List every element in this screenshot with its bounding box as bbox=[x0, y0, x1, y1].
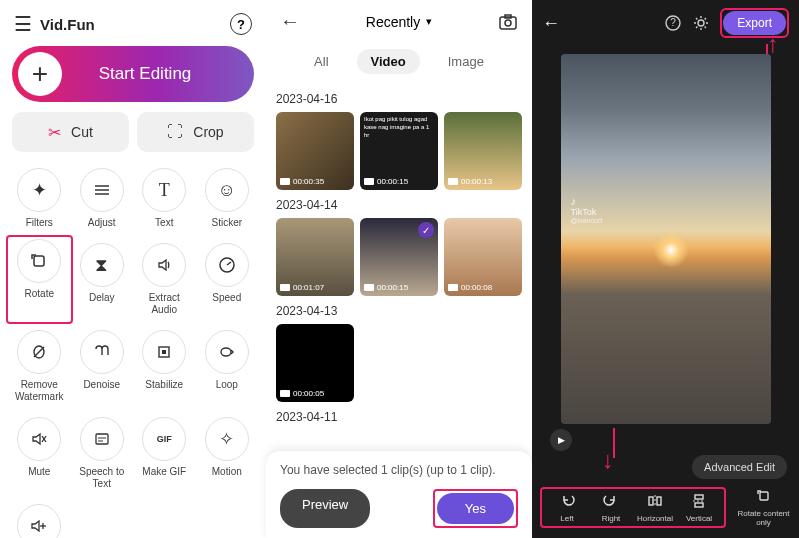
tool-denoise[interactable]: Denoise bbox=[73, 326, 132, 407]
home-header: ☰ Vid.Fun ? bbox=[8, 8, 258, 46]
flip-horizontal-button[interactable]: Horizontal bbox=[634, 492, 676, 523]
header-left: ☰ Vid.Fun bbox=[14, 12, 95, 36]
tool-extract-audio[interactable]: Extract Audio bbox=[135, 239, 194, 320]
rotate-right-button[interactable]: Right bbox=[590, 492, 632, 523]
flip-vertical-button[interactable]: Vertical bbox=[678, 492, 720, 523]
camera-icon[interactable] bbox=[498, 13, 518, 31]
video-thumb[interactable]: 00:01:07 bbox=[276, 218, 354, 296]
video-thumb[interactable]: Ikot pag pikit tulog agad kase nag imagi… bbox=[360, 112, 438, 190]
editor-panel: ← ? Export ↑ ♪ TikTok @ivancort ▶ bbox=[532, 0, 799, 538]
selection-text: You have selected 1 clip(s) (up to 1 cli… bbox=[280, 463, 518, 477]
mute-icon bbox=[17, 417, 61, 461]
menu-icon[interactable]: ☰ bbox=[14, 12, 32, 36]
tab-video[interactable]: Video bbox=[357, 49, 420, 74]
video-icon bbox=[280, 178, 290, 185]
back-icon[interactable]: ← bbox=[542, 13, 560, 34]
boost-volume-icon bbox=[17, 504, 61, 538]
gallery-body[interactable]: 2023-04-16 00:00:35 Ikot pag pikit tulog… bbox=[266, 86, 532, 450]
tool-make-gif[interactable]: GIFMake GIF bbox=[135, 413, 194, 494]
date-group-label: 2023-04-11 bbox=[276, 410, 522, 424]
tool-mute[interactable]: Mute bbox=[10, 413, 69, 494]
loop-icon bbox=[205, 330, 249, 374]
start-editing-label: Start Editing bbox=[62, 64, 248, 84]
settings-icon[interactable] bbox=[692, 14, 710, 32]
svg-text:?: ? bbox=[671, 17, 677, 28]
media-tabs: All Video Image bbox=[266, 43, 532, 86]
rotate-right-icon bbox=[602, 492, 620, 510]
date-group-label: 2023-04-16 bbox=[276, 92, 522, 106]
svg-rect-11 bbox=[96, 434, 108, 444]
tool-delay[interactable]: ⧗Delay bbox=[73, 239, 132, 320]
video-thumb[interactable]: ✓00:00:15 bbox=[360, 218, 438, 296]
tool-text[interactable]: TText bbox=[135, 164, 194, 233]
svg-rect-25 bbox=[695, 495, 703, 499]
tool-rotate[interactable]: Rotate bbox=[6, 235, 73, 324]
tool-motion[interactable]: ✧Motion bbox=[198, 413, 257, 494]
recently-dropdown[interactable]: Recently ▾ bbox=[366, 14, 432, 30]
tool-adjust[interactable]: Adjust bbox=[73, 164, 132, 233]
svg-rect-26 bbox=[695, 503, 703, 507]
extract-audio-icon bbox=[142, 243, 186, 287]
thumb-row: 00:00:35 Ikot pag pikit tulog agad kase … bbox=[276, 112, 522, 190]
cut-button[interactable]: ✂ Cut bbox=[12, 112, 129, 152]
tool-remove-watermark[interactable]: Remove Watermark bbox=[10, 326, 69, 407]
svg-rect-16 bbox=[500, 17, 516, 29]
yes-button[interactable]: Yes bbox=[437, 493, 514, 524]
speech-to-text-icon bbox=[80, 417, 124, 461]
video-thumb[interactable]: 00:00:05 bbox=[276, 324, 354, 402]
tool-filters[interactable]: ✦Filters bbox=[10, 164, 69, 233]
tab-image[interactable]: Image bbox=[434, 49, 498, 74]
rotate-content-only-button[interactable]: Rotate content only bbox=[736, 487, 791, 528]
video-preview[interactable]: ♪ TikTok @ivancort bbox=[561, 54, 771, 424]
remove-watermark-icon bbox=[17, 330, 61, 374]
crop-label: Crop bbox=[193, 124, 223, 140]
help-icon[interactable]: ? bbox=[230, 13, 252, 35]
tab-all[interactable]: All bbox=[300, 49, 342, 74]
video-preview-area: ♪ TikTok @ivancort bbox=[532, 46, 799, 429]
tool-boost-volume[interactable]: Boost Volume bbox=[10, 500, 69, 538]
rotate-group-highlight: Left Right Horizontal Vertical bbox=[540, 487, 726, 528]
video-thumb[interactable]: 00:00:13 bbox=[444, 112, 522, 190]
adjust-icon bbox=[80, 168, 124, 212]
recently-label: Recently bbox=[366, 14, 420, 30]
video-thumb[interactable]: 00:00:08 bbox=[444, 218, 522, 296]
preview-button[interactable]: Preview bbox=[280, 489, 370, 528]
tool-loop[interactable]: Loop bbox=[198, 326, 257, 407]
crop-button[interactable]: ⛶ Crop bbox=[137, 112, 254, 152]
flip-vertical-icon bbox=[690, 492, 708, 510]
stabilize-icon bbox=[142, 330, 186, 374]
help-icon[interactable]: ? bbox=[664, 14, 682, 32]
tool-speed[interactable]: Speed bbox=[198, 239, 257, 320]
app-title: Vid.Fun bbox=[40, 16, 95, 33]
flip-horizontal-icon bbox=[646, 492, 664, 510]
svg-rect-22 bbox=[649, 497, 653, 505]
back-icon[interactable]: ← bbox=[280, 10, 300, 33]
tool-speech-to-text[interactable]: Speech to Text bbox=[73, 413, 132, 494]
date-group-label: 2023-04-14 bbox=[276, 198, 522, 212]
svg-rect-23 bbox=[657, 497, 661, 505]
tool-stabilize[interactable]: Stabilize bbox=[135, 326, 194, 407]
cut-crop-row: ✂ Cut ⛶ Crop bbox=[12, 112, 254, 152]
video-thumb[interactable]: 00:00:35 bbox=[276, 112, 354, 190]
annotation-line bbox=[613, 428, 615, 458]
thumb-row: 00:00:05 bbox=[276, 324, 522, 402]
yes-highlight: Yes bbox=[433, 489, 518, 528]
crop-icon: ⛶ bbox=[167, 123, 183, 141]
home-panel: ☰ Vid.Fun ? + Start Editing ✂ Cut ⛶ Crop… bbox=[0, 0, 266, 538]
rotate-left-button[interactable]: Left bbox=[546, 492, 588, 523]
sticker-icon: ☺ bbox=[205, 168, 249, 212]
text-icon: T bbox=[142, 168, 186, 212]
plus-icon: + bbox=[18, 52, 62, 96]
video-icon bbox=[280, 390, 290, 397]
tools-grid: ✦Filters Adjust TText ☺Sticker Rotate ⧗D… bbox=[8, 164, 258, 538]
svg-point-21 bbox=[698, 20, 704, 26]
advanced-edit-button[interactable]: Advanced Edit bbox=[692, 455, 787, 479]
motion-icon: ✧ bbox=[205, 417, 249, 461]
tool-sticker[interactable]: ☺Sticker bbox=[198, 164, 257, 233]
video-icon bbox=[364, 178, 374, 185]
thumb-caption: Ikot pag pikit tulog agad kase nag imagi… bbox=[364, 116, 434, 139]
play-button[interactable]: ▶ bbox=[550, 429, 572, 451]
filters-icon: ✦ bbox=[17, 168, 61, 212]
start-editing-button[interactable]: + Start Editing bbox=[12, 46, 254, 102]
preview-content bbox=[653, 232, 689, 268]
